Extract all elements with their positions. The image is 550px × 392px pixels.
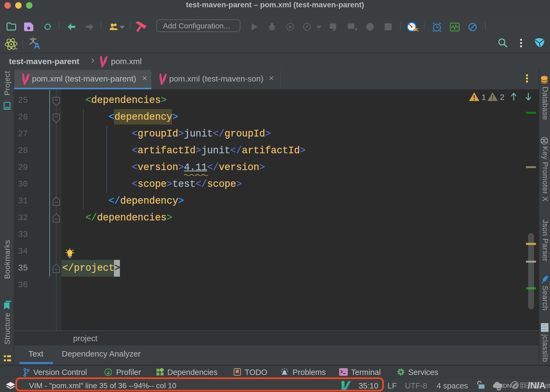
svg-text:X: X: [542, 138, 546, 143]
svg-text:2: 2: [500, 93, 505, 102]
svg-text:1: 1: [482, 93, 486, 102]
svg-text:405: 405: [542, 383, 550, 389]
